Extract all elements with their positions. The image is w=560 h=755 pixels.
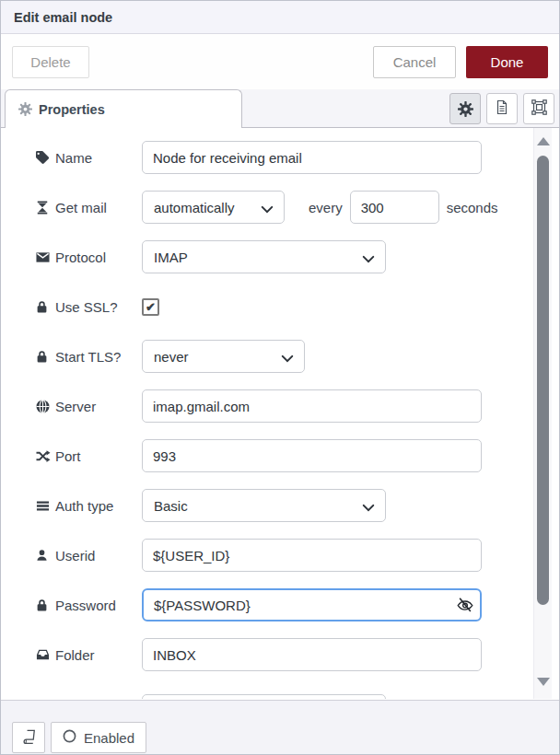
gear-icon [18, 102, 32, 116]
lock-icon [36, 598, 50, 612]
password-input[interactable] [142, 588, 482, 621]
chevron-down-icon [261, 201, 274, 216]
start-tls-label: Start TLS? [36, 349, 142, 365]
tag-icon [36, 151, 50, 165]
chevron-down-icon [362, 499, 375, 515]
user-icon [36, 549, 50, 563]
scroll-up-arrow-icon[interactable] [537, 137, 550, 145]
server-label: Server [36, 399, 142, 414]
hourglass-icon [36, 201, 50, 215]
book-icon [22, 729, 36, 747]
userid-row: Userid [36, 539, 559, 572]
get-mail-label: Get mail [36, 200, 142, 215]
chevron-down-icon [362, 250, 375, 266]
use-ssl-label: Use SSL? [36, 299, 142, 315]
auth-type-row: Auth type Basic [36, 489, 559, 522]
password-row: Password [36, 588, 559, 621]
dialog-footer: Enabled [1, 700, 559, 755]
cancel-button[interactable]: Cancel [373, 46, 456, 78]
use-ssl-checkbox[interactable]: ✔ [142, 298, 159, 316]
inbox-icon [36, 648, 50, 662]
start-tls-select[interactable]: never [142, 340, 305, 373]
get-mail-row: Get mail automatically every seconds [36, 191, 559, 224]
interval-input[interactable] [350, 191, 439, 224]
folder-row: Folder [36, 638, 559, 671]
appearance-view-button[interactable] [523, 93, 554, 124]
userid-input[interactable] [142, 539, 482, 572]
tab-bar: Properties [1, 89, 559, 128]
server-row: Server [36, 389, 559, 423]
properties-view-button[interactable] [449, 93, 481, 124]
node-help-button[interactable] [12, 722, 45, 753]
server-input[interactable] [142, 389, 482, 423]
password-field-wrapper [142, 588, 482, 621]
clipped-input[interactable] [142, 694, 386, 699]
enabled-label: Enabled [84, 730, 134, 746]
edit-email-node-dialog: Edit email node Delete Cancel Done Prope… [0, 0, 560, 755]
document-icon [495, 99, 509, 119]
form-scrollbar[interactable] [533, 128, 552, 699]
port-input[interactable] [142, 439, 482, 472]
clipped-next-row [36, 688, 559, 699]
lock-icon [36, 300, 50, 314]
protocol-row: Protocol IMAP [36, 240, 559, 273]
scrollbar-thumb[interactable] [537, 156, 549, 605]
globe-icon [36, 400, 50, 413]
shuffle-icon [36, 449, 50, 463]
check-icon: ✔ [146, 300, 156, 314]
lock-icon [36, 350, 50, 364]
done-button[interactable]: Done [466, 46, 548, 78]
auth-type-label: Auth type [36, 498, 142, 514]
tab-properties[interactable]: Properties [5, 89, 242, 128]
every-label: every [309, 200, 343, 215]
eye-slash-icon[interactable] [457, 597, 473, 613]
tab-properties-label: Properties [39, 102, 105, 117]
get-mail-select[interactable]: automatically [142, 191, 285, 224]
protocol-select[interactable]: IMAP [142, 240, 386, 273]
gear-icon [458, 101, 473, 117]
delete-button[interactable]: Delete [12, 46, 89, 78]
folder-input[interactable] [142, 638, 482, 671]
seconds-label: seconds [447, 200, 498, 215]
folder-label: Folder [36, 647, 142, 663]
dialog-toolbar: Delete Cancel Done [1, 34, 559, 89]
protocol-label: Protocol [36, 250, 142, 265]
name-label: Name [36, 150, 142, 166]
use-ssl-row: Use SSL? ✔ [36, 290, 559, 323]
name-input[interactable] [142, 141, 482, 174]
scroll-down-arrow-icon[interactable] [537, 678, 550, 686]
password-label: Password [36, 598, 142, 613]
dialog-title: Edit email node [14, 10, 112, 25]
chevron-down-icon [281, 350, 294, 366]
userid-label: Userid [36, 548, 142, 563]
properties-form: Name Get mail automatically [1, 128, 559, 699]
port-row: Port [36, 439, 559, 472]
auth-type-select[interactable]: Basic [142, 489, 386, 522]
status-circle-icon [63, 729, 76, 746]
start-tls-row: Start TLS? never [36, 340, 559, 373]
object-group-icon [531, 99, 547, 119]
envelope-icon [36, 250, 50, 264]
enabled-toggle-button[interactable]: Enabled [51, 722, 146, 753]
description-view-button[interactable] [486, 93, 518, 124]
port-label: Port [36, 448, 142, 464]
name-row: Name [36, 141, 559, 174]
dialog-header: Edit email node [1, 1, 559, 34]
server-bars-icon [36, 499, 50, 513]
